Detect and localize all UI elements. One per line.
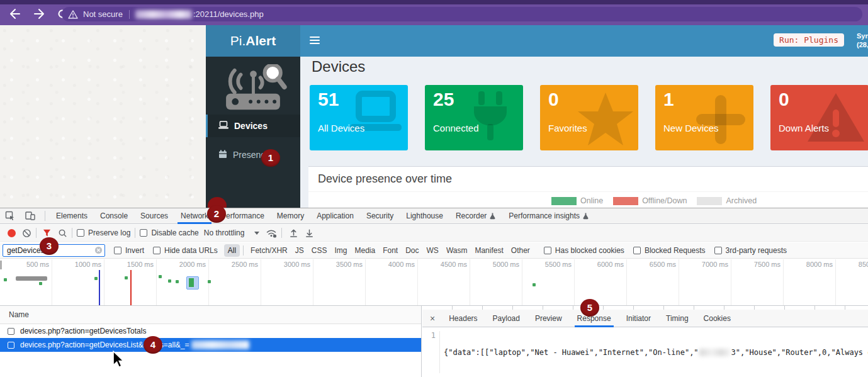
- hamburger-icon[interactable]: [310, 37, 320, 46]
- legend-label[interactable]: Archived: [726, 196, 757, 205]
- timeline-tick: 1000 ms: [52, 259, 104, 305]
- timeline-request-bar: [16, 276, 47, 281]
- stat-card-new-devices[interactable]: 1 New Devices: [655, 85, 753, 150]
- close-icon[interactable]: ×: [422, 313, 441, 324]
- filter-pill-ws[interactable]: WS: [423, 244, 442, 257]
- filter-pill-doc[interactable]: Doc: [402, 244, 422, 257]
- timeline-tick: 8500 ms: [836, 259, 868, 305]
- filter-pill-manifest[interactable]: Manifest: [471, 244, 507, 257]
- record-icon[interactable]: [8, 229, 16, 237]
- throttling-dropdown[interactable]: No throttling: [204, 228, 260, 237]
- request-row[interactable]: devices.php?action=getDevicesTotals: [0, 324, 421, 338]
- stat-card-all-devices[interactable]: 51 All Devices: [310, 85, 408, 150]
- third-party-requests-checkbox[interactable]: 3rd-party requests: [714, 246, 787, 255]
- tab-sources[interactable]: Sources: [134, 208, 174, 224]
- response-viewer[interactable]: 1 {"data":[["laptop","Net - Huawei","Int…: [422, 327, 868, 373]
- tab-lighthouse[interactable]: Lighthouse: [400, 208, 449, 224]
- detail-tab-payload[interactable]: Payload: [485, 310, 527, 327]
- legend-label[interactable]: Offline/Down: [642, 196, 687, 205]
- timeline-tick: 6000 ms: [575, 259, 627, 305]
- back-arrow-icon[interactable]: [9, 8, 21, 20]
- checkbox[interactable]: [8, 328, 14, 335]
- tab-recorder[interactable]: Recorder: [449, 208, 502, 224]
- stat-card-favorites[interactable]: 0 Favorites: [540, 85, 638, 150]
- has-blocked-cookies-checkbox[interactable]: Has blocked cookies: [544, 246, 624, 255]
- checkbox[interactable]: [8, 342, 14, 349]
- clear-input-icon[interactable]: [94, 246, 103, 256]
- flask-icon: [489, 212, 496, 220]
- legend-label[interactable]: Online: [580, 196, 603, 205]
- export-har-icon[interactable]: [305, 228, 314, 238]
- annotation-badge-2: 2: [207, 205, 226, 223]
- request-name: devices.php?action=getDevicesTotals: [20, 327, 146, 335]
- network-timeline-overview[interactable]: 500 ms 1000 ms 1500 ms 2000 ms 2500 ms 3…: [0, 259, 868, 306]
- preserve-log-checkbox[interactable]: Preserve log: [77, 228, 130, 237]
- disable-cache-checkbox[interactable]: Disable cache: [140, 228, 198, 237]
- hide-data-urls-checkbox[interactable]: Hide data URLs: [153, 246, 218, 255]
- filter-pill-fetch-xhr[interactable]: Fetch/XHR: [247, 244, 291, 257]
- filter-pill-wasm[interactable]: Wasm: [442, 244, 471, 257]
- plus-icon: [689, 90, 752, 150]
- timeline-request-dot: [533, 283, 536, 286]
- detail-tab-headers[interactable]: Headers: [441, 310, 485, 327]
- legend-swatch-offline[interactable]: [613, 197, 638, 205]
- import-har-icon[interactable]: [289, 228, 298, 238]
- stat-card-down-alerts[interactable]: 0 Down Alerts: [770, 85, 868, 150]
- tab-application[interactable]: Application: [310, 208, 360, 224]
- invert-checkbox[interactable]: Invert: [114, 246, 144, 255]
- url-separator: [129, 10, 130, 19]
- line-number: 1: [422, 331, 440, 373]
- detail-tab-preview[interactable]: Preview: [527, 310, 570, 327]
- toolbar-divider: [72, 228, 72, 238]
- header-right-line2: (28,: [857, 40, 868, 49]
- funnel-icon[interactable]: [42, 228, 52, 237]
- tab-console[interactable]: Console: [94, 208, 134, 224]
- inspect-icon[interactable]: [0, 211, 20, 221]
- address-bar[interactable]: Not secure :20211/devices.php: [62, 7, 862, 21]
- router-logo-icon: [216, 64, 290, 113]
- search-icon[interactable]: [58, 228, 67, 238]
- webpage-viewport: Pi.Alert Run: Plugins Syn (28,: [0, 25, 868, 208]
- network-conditions-icon[interactable]: [266, 228, 277, 238]
- tab-performance-insights[interactable]: Performance insights: [502, 208, 595, 224]
- filter-pill-img[interactable]: Img: [330, 244, 351, 257]
- detail-tab-timing[interactable]: Timing: [658, 310, 696, 327]
- sidebar-item-devices[interactable]: Devices: [206, 115, 300, 137]
- app-brand[interactable]: Pi.Alert: [206, 25, 300, 57]
- detail-tab-cookies[interactable]: Cookies: [696, 310, 738, 327]
- tab-elements[interactable]: Elements: [50, 208, 94, 224]
- throttling-value: No throttling: [204, 228, 245, 237]
- checkbox-label: Disable cache: [151, 228, 198, 237]
- filter-pill-all[interactable]: All: [224, 244, 240, 257]
- filter-pill-other[interactable]: Other: [507, 244, 534, 257]
- sidebar-item-presence[interactable]: Presence: [206, 145, 300, 165]
- blocked-requests-checkbox[interactable]: Blocked Requests: [633, 246, 706, 255]
- panel-title: Device presence over time: [318, 172, 452, 186]
- filter-pill-css[interactable]: CSS: [308, 244, 331, 257]
- checkbox: [544, 247, 551, 254]
- checkbox: [114, 247, 121, 254]
- run-plugins-button[interactable]: Run: Plugins: [774, 33, 844, 47]
- filter-pill-js[interactable]: JS: [291, 244, 308, 257]
- requests-column-header[interactable]: Name: [0, 306, 421, 324]
- checkbox: [77, 229, 84, 237]
- filter-pill-font[interactable]: Font: [379, 244, 402, 257]
- timeline-tick: 3500 ms: [313, 259, 366, 305]
- forward-arrow-icon[interactable]: [33, 8, 45, 20]
- calendar-icon: [218, 150, 227, 160]
- filter-pill-media[interactable]: Media: [351, 244, 379, 257]
- tab-security[interactable]: Security: [360, 208, 400, 224]
- detail-tab-initiator[interactable]: Initiator: [619, 310, 658, 327]
- timeline-tick: 7000 ms: [679, 259, 731, 305]
- tab-memory[interactable]: Memory: [271, 208, 310, 224]
- request-detail-pane: × Headers Payload Preview Response Initi…: [422, 306, 868, 377]
- stat-label: Favorites: [548, 123, 587, 133]
- device-toolbar-icon[interactable]: [20, 211, 40, 221]
- warning-icon: [804, 90, 867, 148]
- clear-icon[interactable]: [22, 228, 31, 238]
- legend-swatch-online[interactable]: [551, 197, 577, 205]
- timeline-request-dot: [168, 279, 171, 283]
- legend-swatch-archived[interactable]: [697, 197, 722, 205]
- request-row-selected[interactable]: devices.php?action=getDevicesList&status…: [0, 338, 421, 352]
- stat-card-connected[interactable]: 25 Connected: [425, 85, 523, 150]
